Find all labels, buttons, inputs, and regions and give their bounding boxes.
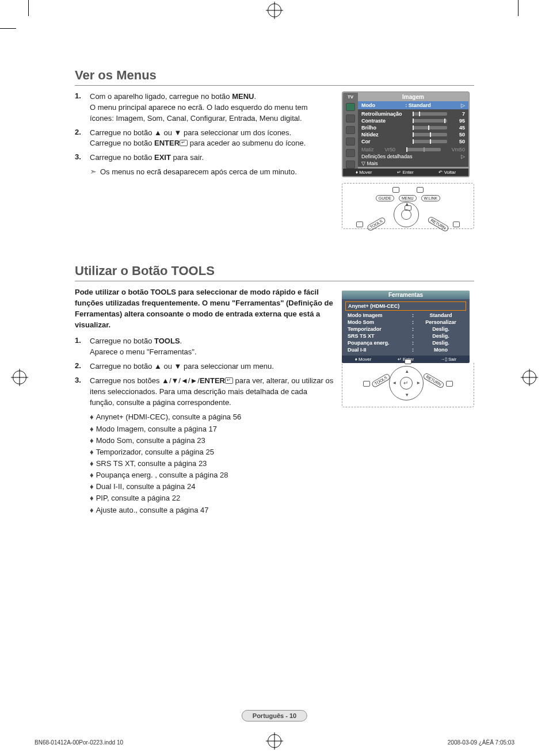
footer-left: BN68-01412A-00Por-0223.indd 10 (35, 739, 123, 746)
reference-item: ♦Ajuste auto., consulte a página 47 (90, 505, 334, 516)
osd-highlight: Anynet+ (HDMI-CEC) (345, 301, 466, 311)
slider-icon (413, 133, 447, 136)
reference-list: ♦Anynet+ (HDMI-CEC), consulte a página 5… (90, 411, 334, 516)
intro-text: Pode utilizar o botão TOOLS para selecci… (75, 287, 334, 330)
step-number: 2. (75, 361, 90, 372)
wlink-button: W.LINK (421, 195, 441, 201)
osd-slider-row: Contraste95 (358, 117, 468, 124)
step-body: Carregue no botão ▲ ou ▼ para selecciona… (90, 128, 306, 150)
foot-move: ♦ Mover (356, 170, 372, 175)
enter-icon (225, 377, 233, 384)
guide-button: GUIDE (376, 195, 394, 201)
return-button: RETURN (427, 216, 449, 232)
foot-enter: ↵ Enter (397, 170, 413, 175)
slider-icon (413, 140, 447, 143)
foot-back: ↶ Voltar (439, 170, 456, 175)
picture-icon (346, 103, 355, 111)
remote-slot-icon (405, 359, 411, 364)
osd-title: Ferramentas (342, 291, 470, 299)
tools-button: TOOLS (366, 216, 386, 231)
reference-item: ♦Temporizador, consulte a página 25 (90, 446, 334, 458)
step-body: Carregue nos botões ▲/▼/◄/►/ENTER para v… (90, 376, 334, 408)
crop-mark (0, 28, 16, 29)
step-body: Carregue no botão TOOLS.Aparece o menu "… (90, 336, 197, 358)
osd-tools-row: Modo Som:Personalizar (348, 319, 464, 326)
note-text: Os menus no ecrã desaparecem após cerca … (100, 167, 297, 178)
input-icon (346, 149, 355, 157)
reference-item: ♦Poupança energ. , consulte a página 28 (90, 469, 334, 481)
remote-btn-icon (363, 381, 370, 387)
slider-matiz (406, 148, 441, 151)
step-number: 1. (75, 336, 90, 358)
nav-wheel-icon: ▲ (394, 202, 419, 227)
step-number: 3. (75, 152, 90, 163)
crop-mark (28, 0, 29, 16)
section-title: Utilizar o Botão TOOLS (75, 264, 474, 281)
footer-right: 2008-03-09 ¿ÀÈÄ 7:05:03 (448, 739, 514, 746)
instructions-col: 1.Com o aparelho ligado, carregue no bot… (75, 91, 334, 229)
crop-mark (518, 0, 518, 16)
remote-btn-icon (392, 187, 399, 193)
osd-tools-row: Modo Imagem:Standard (348, 312, 464, 319)
mode-value: : Standard (405, 102, 431, 108)
diamond-icon: ♦ (90, 448, 94, 456)
osd-slider-row: Retroiluminação7 (358, 110, 468, 117)
menu-button: MENU (399, 195, 417, 201)
enter-icon (180, 140, 188, 146)
diamond-icon: ♦ (90, 506, 94, 514)
step-number: 1. (75, 91, 90, 124)
remote-diagram: TOOLS ▲ ▼ ◄ ► ↵ RETURN (342, 362, 474, 407)
more-label: ▽ Mais (361, 161, 378, 166)
matiz-right: Vm50 (451, 147, 465, 152)
remote-btn-icon (453, 222, 460, 227)
diamond-icon: ♦ (90, 494, 94, 502)
reference-item: ♦Dual I-II, consulte a página 24 (90, 481, 334, 492)
matiz-label: Matiz (361, 147, 374, 152)
foot-exit: →▯ Sair (440, 357, 456, 362)
reference-item: ♦Modo Imagem, consulte a página 17 (90, 423, 334, 435)
reference-item: ♦Modo Som, consulte a página 23 (90, 435, 334, 446)
instructions-col: Pode utilizar o botão TOOLS para selecci… (75, 287, 334, 516)
osd-col: Ferramentas Anynet+ (HDMI-CEC) Modo Imag… (342, 287, 474, 516)
footer: BN68-01412A-00Por-0223.indd 10 2008-03-0… (35, 739, 514, 746)
remote-btn-icon (417, 187, 424, 193)
osd-tools-row: Temporizador:Deslig. (348, 326, 464, 333)
step-body: Carregue no botão EXIT para sair. (90, 152, 204, 163)
diamond-icon: ♦ (90, 482, 94, 491)
step-number: 3. (75, 376, 90, 408)
page-content: Ver os Menus 1.Com o aparelho ligado, ca… (75, 68, 474, 733)
sound-icon (346, 114, 355, 123)
tools-button: TOOLS (371, 373, 391, 388)
reference-item: ♦PIP, consulte a página 22 (90, 492, 334, 504)
mode-label: Modo (361, 102, 375, 108)
section-title: Ver os Menus (75, 68, 474, 86)
enter-icon: ↵ (403, 380, 408, 386)
chevron-right-icon: ▷ (461, 102, 465, 108)
setup-icon (346, 138, 355, 146)
osd-title: Imagem (358, 93, 468, 101)
slider-icon (413, 112, 447, 116)
detail-label: Definições detalhadas (361, 154, 413, 159)
return-button: RETURN (422, 372, 445, 389)
note-icon: ➣ (90, 167, 97, 178)
osd-picture-menu: TV Imagem Modo : Standard ▷ (342, 91, 470, 177)
chevron-right-icon: ▷ (461, 154, 465, 159)
remote-diagram: GUIDE MENU W.LINK TOOLS ▲ RETURN (342, 183, 474, 229)
diamond-icon: ♦ (90, 459, 94, 468)
remote-btn-icon (356, 222, 363, 227)
matiz-left: Vr50 (384, 147, 395, 152)
osd-tools-row: Poupança energ.:Deslig. (348, 339, 464, 346)
slider-icon (413, 126, 447, 129)
channel-icon (346, 126, 355, 134)
reference-item: ♦SRS TS XT, consulte a página 23 (90, 458, 334, 469)
diamond-icon: ♦ (90, 471, 94, 479)
step-number: 2. (75, 128, 90, 150)
tv-label: TV (348, 94, 353, 100)
osd-tools-menu: Ferramentas Anynet+ (HDMI-CEC) Modo Imag… (342, 291, 470, 363)
reference-item: ♦Anynet+ (HDMI-CEC), consulte a página 5… (90, 411, 334, 423)
registration-mark-icon (523, 371, 536, 384)
slider-icon (413, 119, 447, 123)
osd-slider-row: Cor50 (358, 138, 468, 145)
diamond-icon: ♦ (90, 436, 94, 445)
osd-tools-row: Dual I-II:Mono (348, 346, 464, 353)
